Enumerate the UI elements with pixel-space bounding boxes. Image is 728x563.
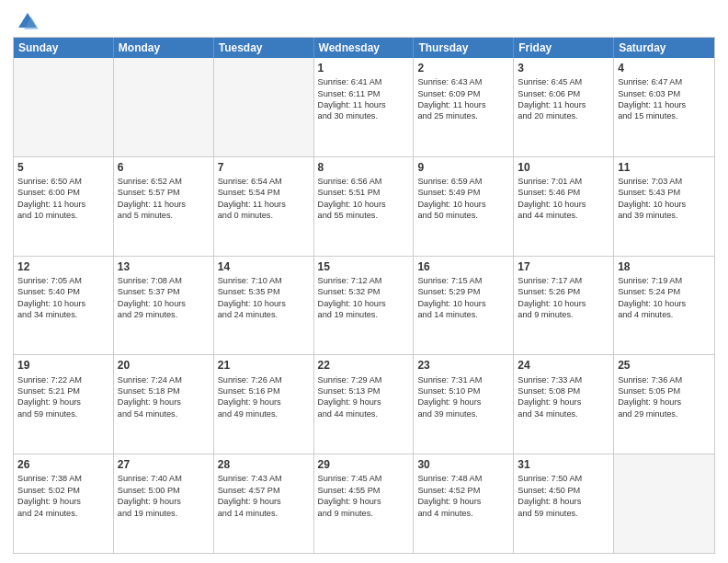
cell-info: Sunrise: 7:29 AMSunset: 5:13 PMDaylight:… bbox=[318, 374, 410, 420]
day-number: 20 bbox=[118, 358, 210, 373]
day-number: 7 bbox=[218, 160, 310, 175]
cell-info: Sunrise: 7:43 AMSunset: 4:57 PMDaylight:… bbox=[218, 473, 310, 519]
cell-info: Sunrise: 7:22 AMSunset: 5:21 PMDaylight:… bbox=[17, 374, 109, 420]
cell-info: Sunrise: 6:43 AMSunset: 6:09 PMDaylight:… bbox=[417, 76, 509, 122]
cell-info: Sunrise: 7:26 AMSunset: 5:16 PMDaylight:… bbox=[218, 374, 310, 420]
calendar-cell: 24Sunrise: 7:33 AMSunset: 5:08 PMDayligh… bbox=[514, 355, 614, 454]
calendar-cell: 20Sunrise: 7:24 AMSunset: 5:18 PMDayligh… bbox=[114, 355, 214, 454]
page: SundayMondayTuesdayWednesdayThursdayFrid… bbox=[0, 0, 728, 563]
cell-info: Sunrise: 7:05 AMSunset: 5:40 PMDaylight:… bbox=[17, 275, 109, 321]
calendar-cell: 11Sunrise: 7:03 AMSunset: 5:43 PMDayligh… bbox=[614, 157, 714, 256]
calendar-cell: 12Sunrise: 7:05 AMSunset: 5:40 PMDayligh… bbox=[14, 257, 114, 355]
calendar-header: SundayMondayTuesdayWednesdayThursdayFrid… bbox=[14, 38, 714, 58]
day-number: 5 bbox=[17, 160, 109, 175]
calendar-cell: 18Sunrise: 7:19 AMSunset: 5:24 PMDayligh… bbox=[614, 257, 714, 355]
cell-info: Sunrise: 7:12 AMSunset: 5:32 PMDaylight:… bbox=[318, 275, 410, 321]
cell-info: Sunrise: 7:48 AMSunset: 4:52 PMDaylight:… bbox=[417, 473, 509, 519]
cell-info: Sunrise: 6:45 AMSunset: 6:06 PMDaylight:… bbox=[518, 76, 609, 122]
header bbox=[13, 9, 715, 31]
cell-info: Sunrise: 7:08 AMSunset: 5:37 PMDaylight:… bbox=[118, 275, 210, 321]
day-number: 12 bbox=[17, 259, 109, 274]
day-number: 11 bbox=[618, 160, 711, 175]
logo-icon bbox=[15, 9, 40, 35]
cell-info: Sunrise: 7:19 AMSunset: 5:24 PMDaylight:… bbox=[618, 275, 711, 321]
calendar-row: 26Sunrise: 7:38 AMSunset: 5:02 PMDayligh… bbox=[14, 454, 714, 553]
cell-info: Sunrise: 7:36 AMSunset: 5:05 PMDaylight:… bbox=[618, 374, 711, 420]
calendar-cell: 21Sunrise: 7:26 AMSunset: 5:16 PMDayligh… bbox=[214, 355, 314, 454]
calendar-cell: 8Sunrise: 6:56 AMSunset: 5:51 PMDaylight… bbox=[314, 157, 415, 256]
day-number: 16 bbox=[417, 259, 509, 274]
calendar-row: 12Sunrise: 7:05 AMSunset: 5:40 PMDayligh… bbox=[14, 257, 714, 356]
day-number: 19 bbox=[17, 358, 109, 373]
day-number: 8 bbox=[318, 160, 410, 175]
day-number: 10 bbox=[518, 160, 609, 175]
calendar-row: 5Sunrise: 6:50 AMSunset: 6:00 PMDaylight… bbox=[14, 157, 714, 257]
day-number: 28 bbox=[218, 457, 310, 472]
calendar-cell: 2Sunrise: 6:43 AMSunset: 6:09 PMDaylight… bbox=[414, 58, 514, 156]
calendar-cell bbox=[14, 58, 114, 156]
weekday-header: Monday bbox=[114, 38, 214, 58]
cell-info: Sunrise: 7:50 AMSunset: 4:50 PMDaylight:… bbox=[518, 473, 609, 519]
calendar-cell: 31Sunrise: 7:50 AMSunset: 4:50 PMDayligh… bbox=[514, 454, 614, 553]
day-number: 6 bbox=[118, 160, 210, 175]
cell-info: Sunrise: 6:54 AMSunset: 5:54 PMDaylight:… bbox=[218, 176, 310, 222]
calendar-cell: 14Sunrise: 7:10 AMSunset: 5:35 PMDayligh… bbox=[214, 257, 314, 355]
cell-info: Sunrise: 6:59 AMSunset: 5:49 PMDaylight:… bbox=[417, 176, 509, 222]
calendar-cell: 17Sunrise: 7:17 AMSunset: 5:26 PMDayligh… bbox=[514, 257, 614, 355]
calendar-cell: 27Sunrise: 7:40 AMSunset: 5:00 PMDayligh… bbox=[114, 454, 214, 553]
day-number: 26 bbox=[17, 457, 109, 472]
calendar-cell: 3Sunrise: 6:45 AMSunset: 6:06 PMDaylight… bbox=[514, 58, 614, 156]
weekday-header: Wednesday bbox=[314, 38, 415, 58]
calendar-row: 1Sunrise: 6:41 AMSunset: 6:11 PMDaylight… bbox=[14, 58, 714, 157]
day-number: 9 bbox=[417, 160, 509, 175]
cell-info: Sunrise: 7:24 AMSunset: 5:18 PMDaylight:… bbox=[118, 374, 210, 420]
cell-info: Sunrise: 7:01 AMSunset: 5:46 PMDaylight:… bbox=[518, 176, 609, 222]
day-number: 31 bbox=[518, 457, 609, 472]
calendar-cell: 13Sunrise: 7:08 AMSunset: 5:37 PMDayligh… bbox=[114, 257, 214, 355]
calendar-cell: 15Sunrise: 7:12 AMSunset: 5:32 PMDayligh… bbox=[314, 257, 415, 355]
calendar: SundayMondayTuesdayWednesdayThursdayFrid… bbox=[13, 37, 715, 554]
cell-info: Sunrise: 7:17 AMSunset: 5:26 PMDaylight:… bbox=[518, 275, 609, 321]
calendar-cell: 28Sunrise: 7:43 AMSunset: 4:57 PMDayligh… bbox=[214, 454, 314, 553]
calendar-cell: 6Sunrise: 6:52 AMSunset: 5:57 PMDaylight… bbox=[114, 157, 214, 256]
day-number: 25 bbox=[618, 358, 711, 373]
cell-info: Sunrise: 6:47 AMSunset: 6:03 PMDaylight:… bbox=[618, 76, 711, 122]
calendar-cell bbox=[114, 58, 214, 156]
calendar-cell: 5Sunrise: 6:50 AMSunset: 6:00 PMDaylight… bbox=[14, 157, 114, 256]
calendar-cell: 23Sunrise: 7:31 AMSunset: 5:10 PMDayligh… bbox=[414, 355, 514, 454]
calendar-cell: 25Sunrise: 7:36 AMSunset: 5:05 PMDayligh… bbox=[614, 355, 714, 454]
cell-info: Sunrise: 7:31 AMSunset: 5:10 PMDaylight:… bbox=[417, 374, 509, 420]
calendar-cell: 7Sunrise: 6:54 AMSunset: 5:54 PMDaylight… bbox=[214, 157, 314, 256]
day-number: 4 bbox=[618, 61, 711, 75]
calendar-cell: 1Sunrise: 6:41 AMSunset: 6:11 PMDaylight… bbox=[314, 58, 415, 156]
day-number: 27 bbox=[118, 457, 210, 472]
calendar-cell: 19Sunrise: 7:22 AMSunset: 5:21 PMDayligh… bbox=[14, 355, 114, 454]
calendar-cell: 4Sunrise: 6:47 AMSunset: 6:03 PMDaylight… bbox=[614, 58, 714, 156]
calendar-cell: 26Sunrise: 7:38 AMSunset: 5:02 PMDayligh… bbox=[14, 454, 114, 553]
cell-info: Sunrise: 7:38 AMSunset: 5:02 PMDaylight:… bbox=[17, 473, 109, 519]
day-number: 21 bbox=[218, 358, 310, 373]
weekday-header: Tuesday bbox=[214, 38, 314, 58]
cell-info: Sunrise: 7:03 AMSunset: 5:43 PMDaylight:… bbox=[618, 176, 711, 222]
day-number: 2 bbox=[417, 61, 509, 75]
day-number: 30 bbox=[417, 457, 509, 472]
weekday-header: Sunday bbox=[14, 38, 114, 58]
weekday-header: Thursday bbox=[414, 38, 514, 58]
day-number: 23 bbox=[417, 358, 509, 373]
calendar-cell: 16Sunrise: 7:15 AMSunset: 5:29 PMDayligh… bbox=[414, 257, 514, 355]
calendar-cell: 22Sunrise: 7:29 AMSunset: 5:13 PMDayligh… bbox=[314, 355, 415, 454]
cell-info: Sunrise: 6:50 AMSunset: 6:00 PMDaylight:… bbox=[17, 176, 109, 222]
cell-info: Sunrise: 7:10 AMSunset: 5:35 PMDaylight:… bbox=[218, 275, 310, 321]
day-number: 29 bbox=[318, 457, 410, 472]
calendar-cell bbox=[214, 58, 314, 156]
calendar-cell bbox=[614, 454, 714, 553]
cell-info: Sunrise: 6:56 AMSunset: 5:51 PMDaylight:… bbox=[318, 176, 410, 222]
cell-info: Sunrise: 7:33 AMSunset: 5:08 PMDaylight:… bbox=[518, 374, 609, 420]
day-number: 1 bbox=[318, 61, 410, 75]
day-number: 22 bbox=[318, 358, 410, 373]
cell-info: Sunrise: 7:40 AMSunset: 5:00 PMDaylight:… bbox=[118, 473, 210, 519]
cell-info: Sunrise: 6:41 AMSunset: 6:11 PMDaylight:… bbox=[318, 76, 410, 122]
day-number: 13 bbox=[118, 259, 210, 274]
day-number: 14 bbox=[218, 259, 310, 274]
weekday-header: Saturday bbox=[614, 38, 714, 58]
